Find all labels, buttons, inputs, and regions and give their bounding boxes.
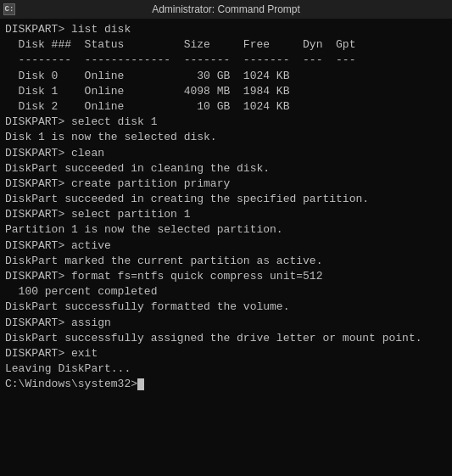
console-line: Disk 1 Online 4098 MB 1984 KB [5, 84, 447, 99]
console-line: DiskPart succeeded in cleaning the disk. [5, 161, 447, 176]
console-line: 100 percent completed [5, 284, 447, 300]
cursor [137, 378, 144, 390]
console-output[interactable]: DISKPART> list disk Disk ### Status Size… [0, 19, 452, 476]
console-line: DISKPART> create partition primary [5, 176, 447, 192]
console-line: Disk 1 is now the selected disk. [5, 130, 447, 145]
console-line: DiskPart marked the current partition as… [5, 254, 447, 269]
console-line: DiskPart succeeded in creating the speci… [5, 192, 447, 207]
console-line: Leaving DiskPart... [5, 361, 447, 377]
console-line: Disk 2 Online 10 GB 1024 KB [5, 99, 447, 115]
console-line: DISKPART> active [5, 238, 447, 254]
console-line: Disk 0 Online 30 GB 1024 KB [5, 69, 447, 84]
console-line: DISKPART> assign [5, 316, 447, 331]
command-prompt-window: C: Administrator: Command Prompt DISKPAR… [0, 0, 452, 476]
console-line: -------- ------------- ------- ------- -… [5, 53, 447, 68]
title-bar-left: C: [3, 3, 15, 15]
prompt-line: C:\Windows\system32> [5, 377, 447, 392]
console-line: DiskPart successfully assigned the drive… [5, 331, 447, 346]
command-prompt: C:\Windows\system32> [5, 377, 137, 392]
window-icon: C: [3, 3, 15, 15]
console-line: DISKPART> exit [5, 346, 447, 361]
title-bar: C: Administrator: Command Prompt [0, 0, 452, 19]
console-line: DISKPART> select partition 1 [5, 207, 447, 222]
console-line: DISKPART> format fs=ntfs quick compress … [5, 269, 447, 284]
console-line: DISKPART> clean [5, 146, 447, 161]
console-line: DISKPART> select disk 1 [5, 115, 447, 130]
console-line: DISKPART> list disk [5, 22, 447, 37]
window-title: Administrator: Command Prompt [152, 3, 300, 15]
console-line: Disk ### Status Size Free Dyn Gpt [5, 37, 447, 53]
console-line: Partition 1 is now the selected partitio… [5, 222, 447, 238]
console-line: DiskPart successfully formatted the volu… [5, 300, 447, 315]
